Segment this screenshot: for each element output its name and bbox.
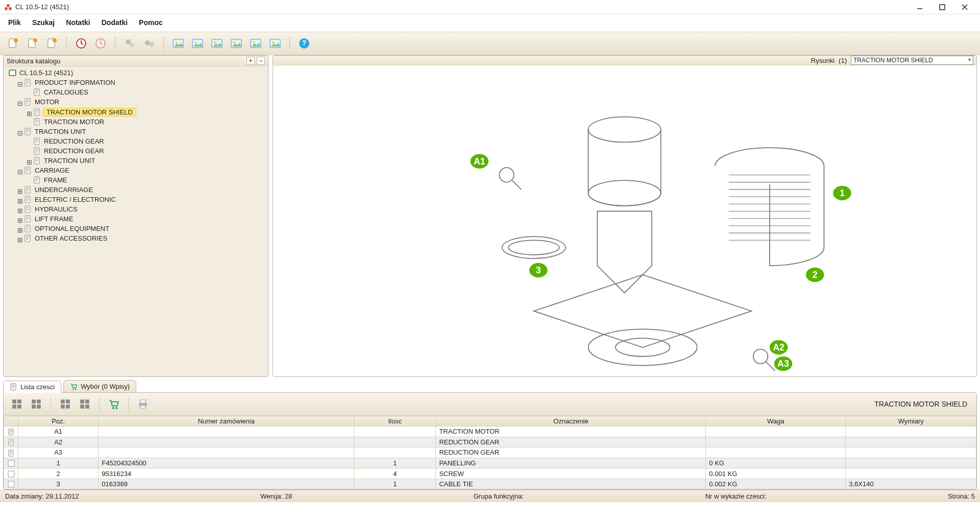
doc-icon — [10, 383, 17, 391]
tree-node[interactable]: ELECTRIC / ELECTRONIC — [23, 195, 118, 204]
book-icon — [9, 69, 16, 77]
tb-gears2-icon[interactable] — [141, 35, 157, 52]
doc-icon — [33, 147, 41, 155]
tree-toggle-icon[interactable]: ⊟ — [17, 129, 23, 137]
tree-node[interactable]: TRACTION UNIT — [32, 156, 97, 165]
tb-image4-icon[interactable] — [248, 35, 264, 52]
tree-toggle-icon[interactable]: ⊟ — [17, 100, 23, 107]
drawing-canvas[interactable]: A1123A2A3 — [273, 65, 976, 377]
tree-toggle-icon[interactable]: ⊞ — [17, 236, 23, 244]
tree-toggle-icon[interactable]: ⊟ — [17, 80, 23, 88]
cell-poz: 3 — [18, 479, 99, 489]
tree-node[interactable]: TRACTION UNIT — [23, 127, 88, 136]
tree-node[interactable]: FRAME — [32, 176, 69, 184]
tree-node-label: CARRIAGE — [34, 167, 70, 174]
callout-A2[interactable]: A2 — [770, 340, 788, 354]
minimize-button[interactable] — [909, 0, 931, 14]
cell-qty — [354, 437, 436, 447]
cell-qty: 1 — [354, 479, 436, 489]
tree-node[interactable]: PRODUCT INFORMATION — [23, 78, 117, 87]
callout-A1[interactable]: A1 — [471, 154, 489, 168]
tree-node[interactable]: REDUCTION GEAR — [32, 147, 106, 155]
tree-node[interactable]: HYDRAULICS — [23, 205, 80, 214]
checkbox-icon[interactable] — [8, 481, 15, 488]
col-header[interactable]: Ilosc — [354, 416, 436, 427]
menu-szukaj[interactable]: Szukaj — [27, 16, 60, 29]
tree-node[interactable]: TRACTION MOTOR — [32, 117, 106, 126]
svg-point-31 — [509, 240, 559, 254]
pt-grid2-icon[interactable] — [57, 396, 74, 412]
tab-selection[interactable]: Wybór (0 Wpisy) — [63, 380, 136, 392]
tree-node[interactable]: OTHER ACCESSORIES — [23, 234, 109, 243]
tree-toggle-icon[interactable]: ⊞ — [26, 110, 32, 117]
tree-toggle-icon[interactable]: ⊞ — [17, 197, 23, 205]
status-date-label: Data zmiany: — [5, 492, 44, 500]
col-header[interactable]: Numer zamówienia — [99, 416, 354, 427]
tree-node[interactable]: CARRIAGE — [23, 166, 71, 175]
pt-print-icon[interactable] — [135, 396, 151, 412]
col-header[interactable]: Oznaczenie — [436, 416, 706, 427]
menu-pomoc[interactable]: Pomoc — [134, 16, 168, 29]
tree-node[interactable]: REDUCTION GEAR — [32, 137, 106, 146]
tree-toggle-icon[interactable]: ⊞ — [17, 217, 23, 224]
tb-new-doc-icon[interactable] — [24, 35, 41, 52]
callout-1[interactable]: 1 — [834, 185, 852, 200]
checkbox-icon[interactable] — [8, 460, 15, 467]
callout-2[interactable]: 2 — [806, 267, 824, 281]
table-row[interactable]: 1F452043245001PANELLING0 KG — [4, 458, 976, 468]
tb-image5-icon[interactable] — [267, 35, 283, 52]
tree-collapse-all-button[interactable]: − — [257, 57, 265, 65]
tree-expand-all-button[interactable]: + — [247, 57, 255, 65]
maximize-button[interactable] — [931, 0, 953, 14]
tb-help-icon[interactable] — [296, 35, 312, 52]
menu-plik[interactable]: Plik — [3, 16, 26, 29]
tb-home-icon[interactable] — [5, 35, 21, 52]
col-header[interactable]: Waga — [706, 416, 846, 427]
table-row[interactable]: A1TRACTION MOTOR — [4, 427, 976, 437]
table-row[interactable]: 2953162344SCREW0.001 KG — [4, 468, 976, 479]
tb-export-icon[interactable] — [44, 35, 60, 52]
cell-dim — [846, 447, 976, 458]
checkbox-icon[interactable] — [8, 470, 15, 478]
doc-icon — [33, 176, 41, 184]
pt-grid3-icon[interactable] — [77, 396, 93, 412]
tree-toggle-icon[interactable]: ⊞ — [17, 226, 23, 234]
tb-refresh-icon[interactable] — [92, 35, 109, 52]
tb-image3-icon[interactable] — [209, 35, 225, 52]
pt-grid-icon[interactable] — [28, 396, 44, 412]
menu-dodatki[interactable]: Dodatki — [96, 16, 133, 29]
vertical-splitter[interactable] — [268, 55, 273, 377]
tree-root-node[interactable]: CL 10,5-12 (4521) — [8, 68, 75, 77]
tree-toggle-icon[interactable]: ⊞ — [26, 158, 32, 166]
close-button[interactable] — [953, 0, 976, 14]
col-header[interactable]: Wymiary — [846, 416, 976, 427]
status-date-value: 29.11.2012 — [46, 492, 79, 500]
table-row[interactable]: A2REDUCTION GEAR — [4, 437, 976, 447]
tree-node[interactable]: OPTIONAL EQUIPMENT — [23, 224, 111, 233]
tree-node[interactable]: TRACTION MOTOR SHIELD — [32, 107, 137, 117]
callout-3[interactable]: 3 — [529, 263, 548, 277]
menu-notatki[interactable]: Notatki — [61, 16, 95, 29]
table-row[interactable]: 301633891CABLE TIE0.002 KG3,6X140 — [4, 479, 976, 489]
pt-grid-add-icon[interactable] — [9, 396, 25, 412]
catalog-tree[interactable]: CL 10,5-12 (4521)⊟PRODUCT INFORMATIONCAT… — [4, 66, 268, 376]
tree-node[interactable]: CATALOGUES — [32, 88, 90, 97]
tab-parts-list[interactable]: Lista czesci — [3, 381, 61, 393]
drawing-select[interactable]: TRACTION MOTOR SHIELD — [851, 56, 973, 65]
tree-node[interactable]: MOTOR — [23, 98, 61, 106]
tree-toggle-icon[interactable]: ⊞ — [17, 207, 23, 215]
cell-order — [99, 447, 354, 458]
pt-cart-icon[interactable] — [106, 396, 122, 412]
tb-clock-icon[interactable] — [73, 35, 89, 52]
tb-image-crop-icon[interactable] — [228, 35, 244, 52]
callout-A3[interactable]: A3 — [774, 356, 793, 370]
tree-toggle-icon[interactable]: ⊟ — [17, 168, 23, 176]
tb-gears-icon[interactable] — [121, 35, 138, 52]
tb-image2-icon[interactable] — [189, 35, 206, 52]
tb-image1-icon[interactable] — [170, 35, 186, 52]
tree-toggle-icon[interactable]: ⊞ — [17, 187, 23, 195]
tree-node[interactable]: LIFT FRAME — [23, 215, 76, 223]
col-header[interactable]: Poz. — [18, 416, 99, 427]
tree-node[interactable]: UNDERCARRIAGE — [23, 185, 95, 194]
table-row[interactable]: A3REDUCTION GEAR — [4, 447, 976, 458]
